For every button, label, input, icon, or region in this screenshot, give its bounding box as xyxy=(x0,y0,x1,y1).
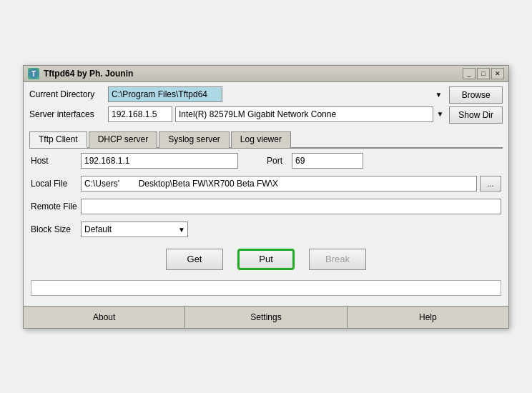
tab-tftp-client[interactable]: Tftp Client xyxy=(29,131,87,148)
port-label: Port xyxy=(267,156,292,166)
server-interfaces-row: Server interfaces ▼ xyxy=(29,106,443,122)
current-directory-input[interactable] xyxy=(108,86,222,102)
top-section: Current Directory ▼ Server interfaces ▼ … xyxy=(24,82,508,126)
server-interfaces-label: Server interfaces xyxy=(29,109,108,119)
server-dropdown-arrow: ▼ xyxy=(436,110,443,118)
progress-bar xyxy=(31,280,501,296)
tab-dhcp-server[interactable]: DHCP server xyxy=(89,131,157,148)
host-port-row: Host Port xyxy=(31,153,501,169)
action-buttons: Get Put Break xyxy=(31,249,501,270)
main-window: T Tftpd64 by Ph. Jounin _ □ ✕ Current Di… xyxy=(23,65,509,329)
local-file-input[interactable] xyxy=(81,176,477,191)
window-title: Tftpd64 by Ph. Jounin xyxy=(44,69,133,79)
title-bar: T Tftpd64 by Ph. Jounin _ □ ✕ xyxy=(24,66,508,82)
right-buttons: Browse Show Dir xyxy=(449,86,503,126)
tab-syslog-server[interactable]: Syslog server xyxy=(159,131,230,148)
server-ip-input[interactable] xyxy=(108,106,172,122)
remote-file-label: Remote File xyxy=(31,202,81,212)
server-description-input[interactable] xyxy=(175,106,433,122)
break-button[interactable]: Break xyxy=(309,249,366,270)
minimize-button[interactable]: _ xyxy=(463,68,476,79)
tab-bar: Tftp Client DHCP server Syslog server Lo… xyxy=(29,131,503,149)
tab-log-viewer[interactable]: Log viewer xyxy=(231,131,291,148)
local-file-row: Local File ... xyxy=(31,176,501,191)
current-directory-row: Current Directory ▼ xyxy=(29,86,443,102)
app-icon: T xyxy=(28,68,39,79)
current-directory-arrow: ▼ xyxy=(435,90,442,98)
browse-button[interactable]: Browse xyxy=(449,86,503,104)
maximize-button[interactable]: □ xyxy=(477,68,490,79)
current-directory-wrapper: ▼ xyxy=(108,86,443,102)
svg-text:T: T xyxy=(31,70,36,78)
current-directory-label: Current Directory xyxy=(29,89,108,99)
put-button[interactable]: Put xyxy=(237,249,295,270)
local-file-browse-button[interactable]: ... xyxy=(480,176,501,191)
host-label: Host xyxy=(31,156,81,166)
block-size-select[interactable]: Default 512 1024 2048 4096 xyxy=(81,222,188,237)
get-button[interactable]: Get xyxy=(166,249,223,270)
tab-content: Host Port Local File ... Remote File Blo… xyxy=(24,149,508,306)
block-size-wrapper: Default 512 1024 2048 4096 ▼ xyxy=(81,222,188,237)
help-button[interactable]: Help xyxy=(348,307,508,328)
local-file-label: Local File xyxy=(31,179,81,189)
block-size-row: Block Size Default 512 1024 2048 4096 ▼ xyxy=(31,222,501,237)
block-size-label: Block Size xyxy=(31,224,81,234)
status-bar: About Settings Help xyxy=(24,306,508,328)
close-button[interactable]: ✕ xyxy=(491,68,504,79)
server-interfaces-inputs: ▼ xyxy=(108,106,443,122)
host-input[interactable] xyxy=(81,153,238,169)
remote-file-row: Remote File xyxy=(31,199,501,214)
remote-file-input[interactable] xyxy=(81,199,501,214)
about-button[interactable]: About xyxy=(24,307,185,328)
fields-area: Current Directory ▼ Server interfaces ▼ xyxy=(29,86,443,126)
port-input[interactable] xyxy=(292,153,363,169)
window-controls: _ □ ✕ xyxy=(463,68,504,79)
show-dir-button[interactable]: Show Dir xyxy=(449,106,503,124)
settings-button[interactable]: Settings xyxy=(185,307,347,328)
title-bar-left: T Tftpd64 by Ph. Jounin xyxy=(28,68,133,79)
